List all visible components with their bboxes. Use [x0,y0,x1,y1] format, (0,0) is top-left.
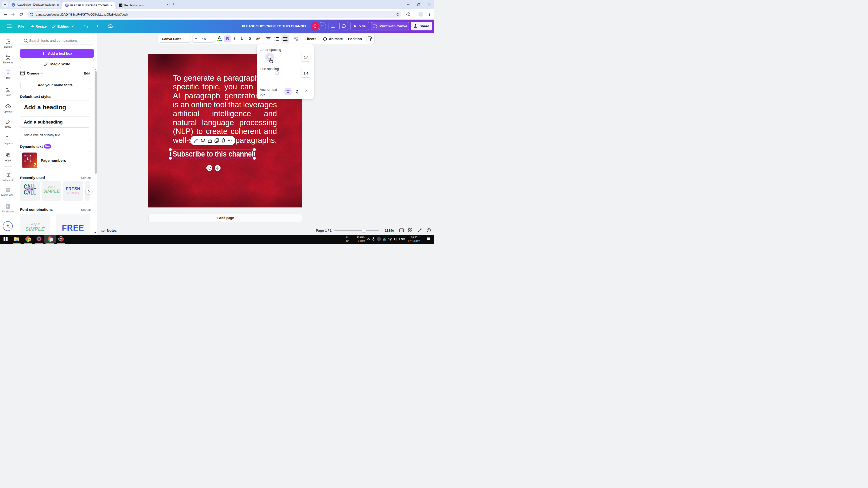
svg-text:CO: CO [22,72,24,73]
svg-text:1: 1 [27,157,29,161]
svg-text:C: C [12,3,14,6]
svg-text:G✦: G✦ [119,4,122,7]
svg-text:?: ? [428,229,430,232]
svg-text:co: co [7,90,9,92]
svg-text:C: C [66,4,68,7]
